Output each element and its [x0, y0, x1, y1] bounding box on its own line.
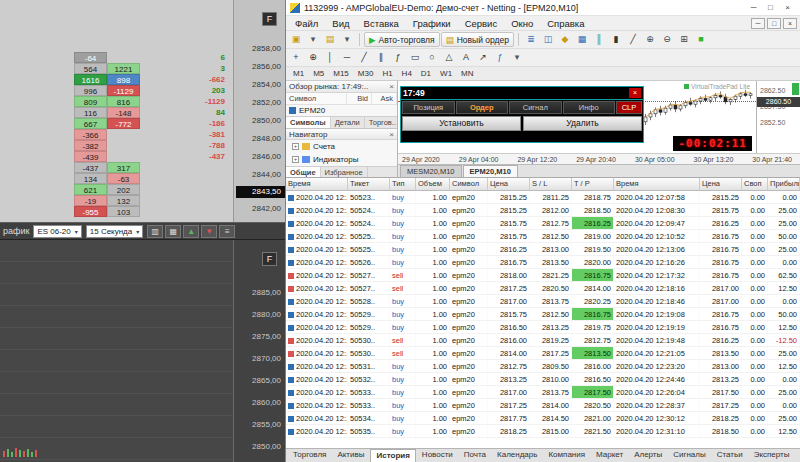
down-arrow-icon[interactable]: ▼ [201, 225, 217, 238]
ladder-cell[interactable]: 103 [107, 206, 140, 217]
timeframe-button[interactable]: M1 [289, 68, 308, 80]
table-row[interactable]: 2020.04.20 12:..50525..buy1.00epm202815.… [286, 230, 800, 243]
ladder-cell[interactable]: 621 [74, 184, 107, 195]
timeframe-button[interactable]: MN [457, 68, 477, 80]
timeframe-button[interactable]: W1 [436, 68, 456, 80]
navigator-header[interactable]: Навигатор × [286, 129, 397, 140]
table-row[interactable]: 2020.04.20 12:..50527..sell1.00epm202818… [286, 269, 800, 282]
left-chart[interactable]: 2885,002880,002875,002870,002865,002860,… [0, 240, 285, 462]
menu-item[interactable]: Вид [325, 18, 356, 29]
market-watch-header[interactable]: Обзор рынка: 17:49:.. × [286, 81, 397, 93]
terminal-tab[interactable]: Активы [332, 449, 369, 462]
ladder-cell[interactable]: -772 [107, 118, 140, 129]
timeframe-button[interactable]: D1 [417, 68, 435, 80]
tile-windows-icon[interactable]: ⊞ [676, 32, 692, 47]
terminal-tab[interactable]: Статьи [712, 449, 748, 462]
table-row[interactable]: 2020.04.20 12:..50529..buy1.00epm202815.… [286, 308, 800, 321]
navigator-tab[interactable]: Избранное [321, 167, 368, 177]
ladder-cell[interactable]: 1616 [74, 74, 107, 85]
ladder-cell[interactable]: -955 [74, 206, 107, 217]
title-bar[interactable]: 1132999 - AMPGlobalEU-Demo: Демо-счет - … [286, 0, 800, 16]
table-row[interactable]: 2020.04.20 12:..50533..buy1.00epm202817.… [286, 386, 800, 399]
crosshair-icon[interactable]: ⊕ [305, 50, 321, 65]
chart-restore-button[interactable]: □ [767, 18, 781, 29]
expand-icon[interactable]: + [292, 156, 299, 163]
ladder-cell[interactable]: 132 [107, 195, 140, 206]
history-column-header[interactable]: Тикет [348, 178, 390, 191]
indicator-on-icon[interactable]: ■ [693, 32, 709, 47]
chart-minimize-button[interactable]: ─ [751, 18, 765, 29]
cursor-icon[interactable]: + [288, 50, 304, 65]
market-watch-column[interactable]: Bid [347, 93, 372, 104]
ladder-cell[interactable]: 116 [74, 107, 107, 118]
table-row[interactable]: 2020.04.20 12:..50533..buy1.00epm202817.… [286, 399, 800, 412]
new-order-button[interactable]: ▤Новый ордер [441, 32, 514, 47]
profiles-icon[interactable]: ▤ [322, 32, 338, 47]
table-row[interactable]: 2020.04.20 12:..50523..buy1.00epm202815.… [286, 191, 800, 204]
rectangle-icon[interactable]: ▭ [407, 50, 423, 65]
fibonacci-icon[interactable]: ƒ [390, 50, 406, 65]
layout-icon[interactable]: ▦ [165, 225, 181, 238]
timeframe-button[interactable]: M15 [329, 68, 353, 80]
timeframe-button[interactable]: H4 [398, 68, 416, 80]
history-column-header[interactable]: Цена [700, 178, 742, 191]
menu-item[interactable]: Справка [540, 18, 591, 29]
table-row[interactable]: 2020.04.20 12:..50527..sell1.00epm202817… [286, 282, 800, 295]
vtp-tab[interactable]: Сигнал [509, 101, 562, 114]
terminal-tab[interactable]: Сигналы [668, 449, 710, 462]
table-row[interactable]: 2020.04.20 12:..50530..sell1.00epm202814… [286, 347, 800, 360]
autotrade-button[interactable]: ▶Авто-торговля [364, 32, 440, 47]
vtp-close-icon[interactable]: × [629, 88, 641, 98]
table-row[interactable]: 2020.04.20 12:..50526..buy1.00epm202816.… [286, 256, 800, 269]
table-row[interactable]: 2020.04.20 12:..50524..buy1.00epm202815.… [286, 217, 800, 230]
history-column-header[interactable]: T / P [572, 178, 614, 191]
navigator-item[interactable]: +Счета [286, 140, 397, 153]
ladder-cell[interactable]: 809 [74, 96, 107, 107]
ellipse-icon[interactable]: ○ [424, 50, 440, 65]
market-watch-tab[interactable]: Торгов.. [365, 117, 397, 128]
chart-tab[interactable]: EPM20,M10 [463, 165, 518, 177]
menu-item[interactable]: Сервис [458, 18, 505, 29]
text-icon[interactable]: A [458, 50, 474, 65]
set-order-button[interactable]: Установить [402, 116, 521, 131]
terminal-tab[interactable]: Алерты [629, 449, 667, 462]
terminal-tab[interactable]: Календарь [492, 449, 542, 462]
line-chart-icon[interactable]: ╱ [625, 32, 641, 47]
vtp-tab[interactable]: Ордер [456, 101, 509, 114]
terminal-tab[interactable]: Торговля [288, 449, 331, 462]
settings-icon[interactable]: ≡ [219, 225, 235, 238]
terminal-tab[interactable]: История [370, 449, 415, 462]
indicators-dropdown-icon[interactable]: ▾ [509, 50, 525, 65]
zoom-in-icon[interactable]: ⊕ [642, 32, 658, 47]
timeframe-button[interactable]: H1 [378, 68, 396, 80]
ladder-cell[interactable]: -64 [74, 52, 107, 63]
trendline-icon[interactable]: ╱ [356, 50, 372, 65]
ladder-cell[interactable]: 996 [74, 85, 107, 96]
dom-ladder[interactable]: -646564122131616898-662996-1129203809816… [0, 0, 285, 222]
table-row[interactable]: 2020.04.20 12:..50534..buy1.00epm202817.… [286, 412, 800, 425]
ladder-cell[interactable]: -439 [74, 151, 107, 162]
timeframe-select[interactable]: 15 Секунда [86, 225, 144, 238]
ladder-cell[interactable]: -437 [74, 162, 107, 173]
terminal-tab[interactable]: Компания [543, 449, 590, 462]
ladder-cell[interactable]: -148 [107, 107, 140, 118]
new-chart-icon[interactable]: ▣ [288, 32, 304, 47]
table-row[interactable]: 2020.04.20 12:..50531..buy1.00epm202812.… [286, 360, 800, 373]
ladder-cell[interactable]: -382 [74, 140, 107, 151]
minimize-button[interactable]: ─ [745, 2, 762, 14]
vtp-tab[interactable]: Позиция [402, 101, 455, 114]
history-column-header[interactable]: Время [286, 178, 348, 191]
market-watch-column[interactable]: Символ [286, 93, 347, 104]
history-column-header[interactable]: Прибыль [768, 178, 800, 191]
ladder-cell[interactable]: 202 [107, 184, 140, 195]
ladder-cell[interactable]: -366 [74, 129, 107, 140]
terminal-tab[interactable]: Почта [459, 449, 491, 462]
vtp-header[interactable]: 17:49 × [401, 87, 643, 100]
history-column-header[interactable]: Цена [488, 178, 530, 191]
symbol-select[interactable]: ES 06-20 [33, 225, 81, 238]
candle-chart-icon[interactable]: ▮ [608, 32, 624, 47]
ladder-cell[interactable]: -19 [74, 195, 107, 206]
menu-item[interactable]: Окно [504, 18, 540, 29]
history-column-header[interactable]: Тип [390, 178, 416, 191]
horizontal-line-icon[interactable]: ─ [339, 50, 355, 65]
